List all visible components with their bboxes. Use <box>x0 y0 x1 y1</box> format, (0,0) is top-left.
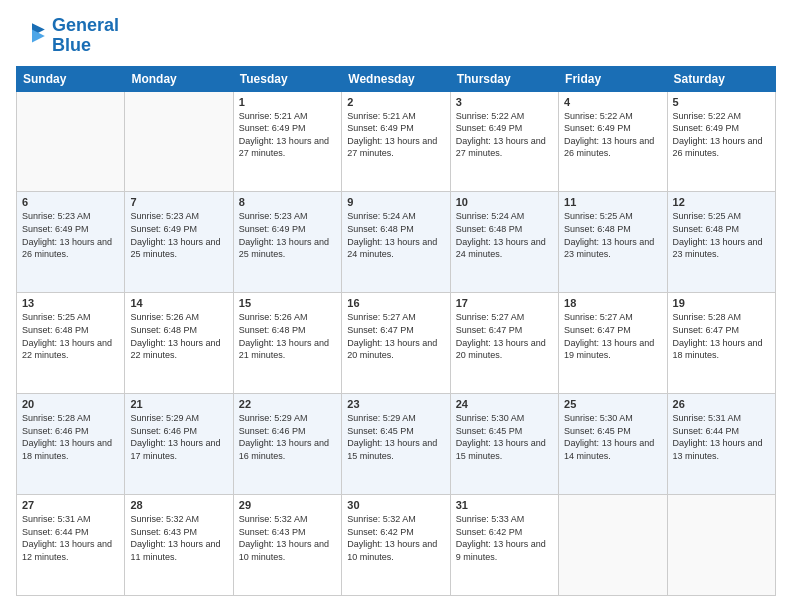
calendar-cell: 3Sunrise: 5:22 AM Sunset: 6:49 PM Daylig… <box>450 91 558 192</box>
day-number: 21 <box>130 398 227 410</box>
page: General Blue SundayMondayTuesdayWednesda… <box>0 0 792 612</box>
day-number: 30 <box>347 499 444 511</box>
calendar-day-header: Sunday <box>17 66 125 91</box>
day-info: Sunrise: 5:32 AM Sunset: 6:42 PM Dayligh… <box>347 513 444 563</box>
day-number: 23 <box>347 398 444 410</box>
day-number: 20 <box>22 398 119 410</box>
day-info: Sunrise: 5:23 AM Sunset: 6:49 PM Dayligh… <box>22 210 119 260</box>
day-info: Sunrise: 5:26 AM Sunset: 6:48 PM Dayligh… <box>239 311 336 361</box>
day-number: 26 <box>673 398 770 410</box>
day-number: 5 <box>673 96 770 108</box>
day-info: Sunrise: 5:32 AM Sunset: 6:43 PM Dayligh… <box>130 513 227 563</box>
day-number: 2 <box>347 96 444 108</box>
calendar-cell: 25Sunrise: 5:30 AM Sunset: 6:45 PM Dayli… <box>559 394 667 495</box>
calendar-cell <box>559 495 667 596</box>
calendar-week-row: 1Sunrise: 5:21 AM Sunset: 6:49 PM Daylig… <box>17 91 776 192</box>
day-info: Sunrise: 5:21 AM Sunset: 6:49 PM Dayligh… <box>239 110 336 160</box>
calendar-cell: 10Sunrise: 5:24 AM Sunset: 6:48 PM Dayli… <box>450 192 558 293</box>
calendar-cell: 26Sunrise: 5:31 AM Sunset: 6:44 PM Dayli… <box>667 394 775 495</box>
day-number: 4 <box>564 96 661 108</box>
day-number: 6 <box>22 196 119 208</box>
calendar-week-row: 6Sunrise: 5:23 AM Sunset: 6:49 PM Daylig… <box>17 192 776 293</box>
logo: General Blue <box>16 16 119 56</box>
day-number: 24 <box>456 398 553 410</box>
day-info: Sunrise: 5:22 AM Sunset: 6:49 PM Dayligh… <box>456 110 553 160</box>
day-number: 14 <box>130 297 227 309</box>
calendar-cell: 24Sunrise: 5:30 AM Sunset: 6:45 PM Dayli… <box>450 394 558 495</box>
calendar-cell: 2Sunrise: 5:21 AM Sunset: 6:49 PM Daylig… <box>342 91 450 192</box>
calendar-cell: 5Sunrise: 5:22 AM Sunset: 6:49 PM Daylig… <box>667 91 775 192</box>
calendar-day-header: Monday <box>125 66 233 91</box>
day-number: 3 <box>456 96 553 108</box>
day-number: 18 <box>564 297 661 309</box>
calendar-day-header: Wednesday <box>342 66 450 91</box>
calendar-cell: 13Sunrise: 5:25 AM Sunset: 6:48 PM Dayli… <box>17 293 125 394</box>
calendar-cell: 15Sunrise: 5:26 AM Sunset: 6:48 PM Dayli… <box>233 293 341 394</box>
day-info: Sunrise: 5:31 AM Sunset: 6:44 PM Dayligh… <box>22 513 119 563</box>
day-info: Sunrise: 5:21 AM Sunset: 6:49 PM Dayligh… <box>347 110 444 160</box>
day-info: Sunrise: 5:24 AM Sunset: 6:48 PM Dayligh… <box>456 210 553 260</box>
day-info: Sunrise: 5:25 AM Sunset: 6:48 PM Dayligh… <box>673 210 770 260</box>
day-number: 19 <box>673 297 770 309</box>
calendar-cell: 29Sunrise: 5:32 AM Sunset: 6:43 PM Dayli… <box>233 495 341 596</box>
day-info: Sunrise: 5:22 AM Sunset: 6:49 PM Dayligh… <box>673 110 770 160</box>
calendar-week-row: 27Sunrise: 5:31 AM Sunset: 6:44 PM Dayli… <box>17 495 776 596</box>
day-number: 9 <box>347 196 444 208</box>
calendar-cell: 23Sunrise: 5:29 AM Sunset: 6:45 PM Dayli… <box>342 394 450 495</box>
calendar-cell: 12Sunrise: 5:25 AM Sunset: 6:48 PM Dayli… <box>667 192 775 293</box>
calendar-cell: 4Sunrise: 5:22 AM Sunset: 6:49 PM Daylig… <box>559 91 667 192</box>
calendar-cell: 18Sunrise: 5:27 AM Sunset: 6:47 PM Dayli… <box>559 293 667 394</box>
day-info: Sunrise: 5:22 AM Sunset: 6:49 PM Dayligh… <box>564 110 661 160</box>
calendar-day-header: Saturday <box>667 66 775 91</box>
header: General Blue <box>16 16 776 56</box>
calendar-cell: 28Sunrise: 5:32 AM Sunset: 6:43 PM Dayli… <box>125 495 233 596</box>
day-number: 15 <box>239 297 336 309</box>
calendar-header-row: SundayMondayTuesdayWednesdayThursdayFrid… <box>17 66 776 91</box>
day-info: Sunrise: 5:32 AM Sunset: 6:43 PM Dayligh… <box>239 513 336 563</box>
day-info: Sunrise: 5:30 AM Sunset: 6:45 PM Dayligh… <box>564 412 661 462</box>
day-number: 10 <box>456 196 553 208</box>
calendar-cell <box>17 91 125 192</box>
day-info: Sunrise: 5:25 AM Sunset: 6:48 PM Dayligh… <box>22 311 119 361</box>
calendar-week-row: 20Sunrise: 5:28 AM Sunset: 6:46 PM Dayli… <box>17 394 776 495</box>
day-number: 8 <box>239 196 336 208</box>
logo-text: General Blue <box>52 16 119 56</box>
day-number: 1 <box>239 96 336 108</box>
day-number: 16 <box>347 297 444 309</box>
day-number: 25 <box>564 398 661 410</box>
calendar-week-row: 13Sunrise: 5:25 AM Sunset: 6:48 PM Dayli… <box>17 293 776 394</box>
day-info: Sunrise: 5:29 AM Sunset: 6:46 PM Dayligh… <box>130 412 227 462</box>
calendar-cell: 1Sunrise: 5:21 AM Sunset: 6:49 PM Daylig… <box>233 91 341 192</box>
day-number: 22 <box>239 398 336 410</box>
calendar-cell: 11Sunrise: 5:25 AM Sunset: 6:48 PM Dayli… <box>559 192 667 293</box>
calendar-cell: 6Sunrise: 5:23 AM Sunset: 6:49 PM Daylig… <box>17 192 125 293</box>
calendar-cell <box>667 495 775 596</box>
day-info: Sunrise: 5:23 AM Sunset: 6:49 PM Dayligh… <box>130 210 227 260</box>
day-number: 13 <box>22 297 119 309</box>
calendar-cell: 21Sunrise: 5:29 AM Sunset: 6:46 PM Dayli… <box>125 394 233 495</box>
day-info: Sunrise: 5:28 AM Sunset: 6:46 PM Dayligh… <box>22 412 119 462</box>
day-info: Sunrise: 5:27 AM Sunset: 6:47 PM Dayligh… <box>456 311 553 361</box>
day-info: Sunrise: 5:29 AM Sunset: 6:46 PM Dayligh… <box>239 412 336 462</box>
calendar-cell: 17Sunrise: 5:27 AM Sunset: 6:47 PM Dayli… <box>450 293 558 394</box>
calendar-cell <box>125 91 233 192</box>
calendar-cell: 27Sunrise: 5:31 AM Sunset: 6:44 PM Dayli… <box>17 495 125 596</box>
day-info: Sunrise: 5:26 AM Sunset: 6:48 PM Dayligh… <box>130 311 227 361</box>
day-number: 28 <box>130 499 227 511</box>
day-number: 31 <box>456 499 553 511</box>
calendar-table: SundayMondayTuesdayWednesdayThursdayFrid… <box>16 66 776 596</box>
calendar-cell: 22Sunrise: 5:29 AM Sunset: 6:46 PM Dayli… <box>233 394 341 495</box>
calendar-cell: 8Sunrise: 5:23 AM Sunset: 6:49 PM Daylig… <box>233 192 341 293</box>
day-info: Sunrise: 5:28 AM Sunset: 6:47 PM Dayligh… <box>673 311 770 361</box>
day-number: 11 <box>564 196 661 208</box>
calendar-cell: 30Sunrise: 5:32 AM Sunset: 6:42 PM Dayli… <box>342 495 450 596</box>
day-info: Sunrise: 5:25 AM Sunset: 6:48 PM Dayligh… <box>564 210 661 260</box>
calendar-cell: 9Sunrise: 5:24 AM Sunset: 6:48 PM Daylig… <box>342 192 450 293</box>
day-number: 29 <box>239 499 336 511</box>
calendar-day-header: Friday <box>559 66 667 91</box>
day-number: 7 <box>130 196 227 208</box>
day-info: Sunrise: 5:29 AM Sunset: 6:45 PM Dayligh… <box>347 412 444 462</box>
calendar-day-header: Thursday <box>450 66 558 91</box>
calendar-cell: 7Sunrise: 5:23 AM Sunset: 6:49 PM Daylig… <box>125 192 233 293</box>
day-info: Sunrise: 5:24 AM Sunset: 6:48 PM Dayligh… <box>347 210 444 260</box>
